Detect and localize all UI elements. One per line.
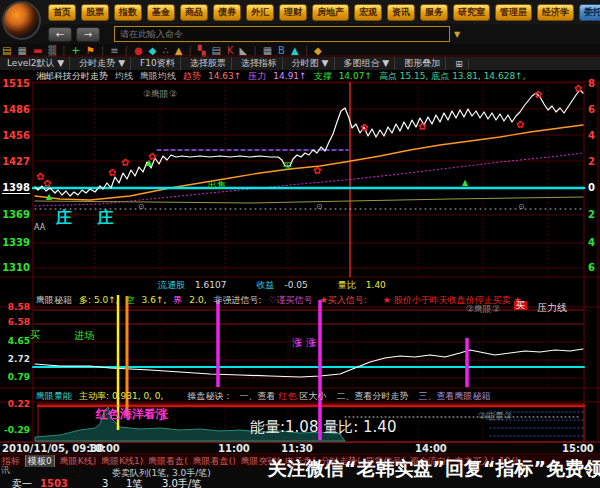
sidebar-news-tab[interactable]: 讯 xyxy=(1,466,10,475)
text-segment: 操盘秘诀： xyxy=(187,391,232,401)
text-segment: 区大小 xyxy=(299,391,326,401)
indicator-tab[interactable]: 鹰眼K线) xyxy=(60,455,96,467)
time-axis-label[interactable]: 11:00 xyxy=(218,444,250,454)
top-menu-button[interactable]: 商品 xyxy=(180,4,208,21)
buy-text-marker: 买 xyxy=(283,162,292,171)
buy-badge[interactable]: 买 xyxy=(514,301,527,310)
app-logo[interactable] xyxy=(2,1,41,40)
command-dropdown-caret[interactable]: ▼ xyxy=(454,30,460,39)
flag-icon[interactable]: ⚑ xyxy=(86,45,95,56)
menu-item[interactable]: 图形叠加 xyxy=(399,57,446,70)
indicator-tab[interactable]: 模板0 xyxy=(25,455,55,467)
top-menu-button[interactable]: 房地产 xyxy=(312,4,349,21)
top-menu-button[interactable]: 管理层 xyxy=(495,4,532,21)
top-menu-button[interactable]: 服务 xyxy=(420,4,448,21)
top-menu-buttons: 首页股票指数基金商品债券外汇理财房地产宏观资讯服务研究室管理层经济学委托 xyxy=(48,4,600,21)
dim-panel-icon[interactable]: ▓ xyxy=(48,45,56,56)
buy-arrow-marker: ▲ xyxy=(46,193,52,201)
top-menu-button[interactable]: 经济学 xyxy=(537,4,574,21)
indicator-tab[interactable]: 鹰眼K线1) xyxy=(101,455,143,467)
text-segment: 3.6↑, xyxy=(142,295,167,305)
top-menu-button[interactable]: 股票 xyxy=(81,4,109,21)
top-menu-button[interactable]: 研究室 xyxy=(453,4,490,21)
blocks-icon[interactable]: ▚ xyxy=(198,45,206,56)
time-axis-label[interactable]: 14:00 xyxy=(415,444,447,454)
text-segment: 14.91↑ xyxy=(273,71,306,81)
command-input[interactable] xyxy=(114,26,450,42)
back-button[interactable]: ← xyxy=(48,27,72,42)
time-axis-label[interactable]: 15:00 xyxy=(562,444,594,454)
dots-icon[interactable]: ∴ xyxy=(162,45,168,56)
trading-app-window: { "top_menu": { "buttons": [ {"label":"首… xyxy=(0,0,600,488)
text-segment: -0.05 xyxy=(285,280,308,290)
ask1-count: 1笔 xyxy=(126,479,142,488)
sell-flower-marker: ✿ xyxy=(121,158,129,168)
separator: | xyxy=(253,45,256,56)
text-segment: 界 xyxy=(173,295,182,305)
red-tag-icon[interactable]: ▬ xyxy=(33,45,42,56)
menu-item[interactable]: 分时图 ▼ xyxy=(287,57,335,70)
chart-icon[interactable]: ▲ xyxy=(291,45,299,56)
pointer-icon[interactable]: ◣ xyxy=(240,45,248,56)
rise-label: 涨 xyxy=(306,338,316,348)
time-axis-label[interactable]: 11:30 xyxy=(281,444,313,454)
grid-icon[interactable]: ▤ xyxy=(2,45,11,56)
indicator-tab[interactable]: 鹰眼看盘() xyxy=(193,455,236,467)
panel2-axis-label: 2.72 xyxy=(2,355,30,364)
table-icon[interactable]: ▦ xyxy=(263,45,272,56)
pct-axis-label: 8 xyxy=(588,79,595,89)
panel2-axis-label: 0.79 xyxy=(2,373,30,382)
forward-button[interactable]: → xyxy=(76,27,100,42)
separator: | xyxy=(305,45,308,56)
menu-item[interactable]: ⊞ xyxy=(450,59,469,69)
panel-icon[interactable]: ▤ xyxy=(212,45,221,56)
text-segment: 鹰眼量能 xyxy=(36,391,72,401)
view-menu-bar: Level2默认 ▼分时走势 ▼F10资料选择股票选择指标分时图 ▼多图组合 ▼… xyxy=(0,57,600,70)
kline-icon[interactable]: K xyxy=(227,45,234,56)
indicator-tab[interactable]: 鹰眼看盘( xyxy=(148,455,188,467)
aa-marker: AA xyxy=(34,224,45,232)
stats-strip: 流通股1.6107收益-0.05量比1.40 xyxy=(158,280,393,291)
gold-diamond-icon[interactable]: ◆ xyxy=(314,45,322,56)
top-menu-button[interactable]: 资讯 xyxy=(387,4,415,21)
signal-dot-icon[interactable]: ● xyxy=(134,45,143,56)
price-axis-label: 1515 xyxy=(2,79,30,89)
image-icon[interactable]: ▦ xyxy=(17,45,26,56)
text-segment: ★买入信号: xyxy=(320,295,367,305)
menu-item[interactable]: 选择股票 xyxy=(185,57,232,70)
lines-icon[interactable]: ≡ xyxy=(110,45,118,56)
nav-toolbar: ← → ▼ xyxy=(0,24,600,44)
top-menu-button[interactable]: 理财 xyxy=(279,4,307,21)
text-segment: 多: 5.0↑, xyxy=(79,295,119,305)
panel2-header: 鹰眼秘籍多: 5.0↑,空3.6↑,界2.0,非强进信号:♡谨买信号★买入信号:… xyxy=(36,295,529,306)
top-menu-button[interactable]: 委托 xyxy=(579,4,600,21)
top-menu-button[interactable]: 外汇 xyxy=(246,4,274,21)
text-segment: 1.40 xyxy=(366,280,386,290)
time-axis-label[interactable]: 10:00 xyxy=(88,444,120,454)
text-segment: 流通股 xyxy=(158,280,185,290)
alert-icon[interactable]: ▲ xyxy=(175,45,183,56)
sell-flower-marker: ✿ xyxy=(313,166,321,176)
pct-axis-label: 2 xyxy=(588,210,595,220)
panel2-axis-label: 4.65 xyxy=(2,337,30,346)
text-segment: 三、查看鹰眼秘籍 xyxy=(418,391,490,401)
diamond-icon[interactable]: ◆ xyxy=(149,45,157,56)
top-menu-button[interactable]: 宏观 xyxy=(354,4,382,21)
ask1-volume: 3 xyxy=(102,479,108,488)
menu-item[interactable]: 分时走势 ▼ xyxy=(74,57,131,70)
menu-item[interactable]: Level2默认 ▼ xyxy=(2,57,70,70)
top-menu-button[interactable]: 首页 xyxy=(48,4,76,21)
text-segment: 主动率: 0.931, 0, 0, xyxy=(79,391,163,401)
price-axis-label: 1456 xyxy=(2,131,30,141)
top-menu-button[interactable]: 债券 xyxy=(213,4,241,21)
energy-watermark: ②能量② xyxy=(478,412,512,421)
menu-item[interactable]: 多图组合 ▼ xyxy=(339,57,396,70)
top-menu-button[interactable]: 基金 xyxy=(147,4,175,21)
menu-item[interactable]: F10资料 xyxy=(135,57,181,70)
board-icon[interactable]: B xyxy=(278,45,285,56)
cross-icon[interactable]: + xyxy=(71,45,79,56)
menu-item[interactable]: 选择指标 xyxy=(236,57,283,70)
top-menu-button[interactable]: 指数 xyxy=(114,4,142,21)
separator: | xyxy=(188,45,191,56)
text-segment: 收益 xyxy=(257,280,275,290)
